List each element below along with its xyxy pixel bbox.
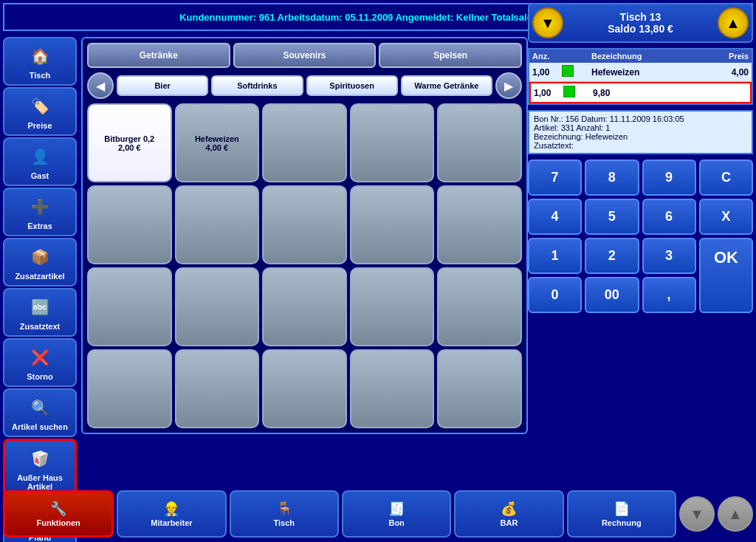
sidebar-item-gast[interactable]: 👤Gast [3, 137, 77, 186]
sidebar-label-preise: Preise [27, 121, 52, 130]
sidebar-label-zusatzartikel: Zusatzartikel [15, 272, 64, 281]
order-list: Anz. Bezeichnung Preis 1,00 Hefeweizen 4… [528, 48, 753, 105]
sidebar-item-extras[interactable]: ➕Extras [3, 188, 77, 236]
table-header: ▼ Tisch 13 Saldo 13,80 € ▲ [528, 3, 753, 43]
scroll-up-button[interactable]: ▲ [718, 496, 753, 532]
order-row-1[interactable]: 1,00 9,80 [529, 82, 752, 103]
product-btn-p18[interactable] [262, 349, 347, 428]
col-empty [562, 52, 591, 61]
order-row-0[interactable]: 1,00 Hefeweizen 4,00 [529, 63, 752, 82]
numpad-btn-X[interactable]: X [699, 199, 753, 235]
numpad-btn-0[interactable]: 0 [528, 277, 582, 313]
sidebar: 🏠Tisch🏷️Preise👤Gast➕Extras📦Zusatzartikel… [3, 37, 77, 542]
order-rows: 1,00 Hefeweizen 4,00 1,00 9,80 [529, 63, 752, 103]
category-tab-getraenke[interactable]: Getränke [87, 43, 230, 68]
numpad-btn-7[interactable]: 7 [528, 159, 582, 196]
bottom-btn-bar[interactable]: 💰BAR [454, 490, 563, 538]
bottom-btn-tisch[interactable]: 🪑Tisch [230, 490, 339, 538]
sidebar-item-zusatztext[interactable]: 🔤Zusatztext [3, 288, 77, 337]
numpad-btn-3[interactable]: 3 [642, 238, 696, 274]
order-green-0 [562, 65, 591, 79]
sidebar-icon-zusatztext: 🔤 [27, 294, 53, 320]
bottom-label-mitarbeiter: Mitarbeiter [151, 518, 192, 527]
product-btn-p4[interactable] [350, 103, 435, 182]
product-btn-p13[interactable] [262, 267, 347, 346]
info-area: Bon Nr.: 156 Datum: 11.11.2009 16:03:05 … [528, 110, 753, 154]
product-btn-p11[interactable] [87, 267, 172, 346]
product-btn-p10[interactable] [437, 185, 522, 264]
bottom-label-bon: Bon [388, 518, 404, 527]
product-btn-p8[interactable] [262, 185, 347, 264]
numpad-btn-2[interactable]: 2 [585, 238, 639, 274]
bottom-label-funktionen: Funktionen [37, 518, 80, 527]
subcategory-tabs: BierSoftdrinksSpirituosenWarme Getränke [117, 75, 492, 96]
numpad-btn-00[interactable]: 00 [585, 277, 639, 313]
order-preis-0: 4,00 [704, 67, 749, 78]
sidebar-item-tisch[interactable]: 🏠Tisch [3, 37, 77, 86]
bottom-btn-rechnung[interactable]: 📄Rechnung [567, 490, 676, 538]
order-name-1: 9,80 [593, 88, 703, 98]
product-btn-p20[interactable] [437, 349, 522, 428]
bottom-btn-funktionen[interactable]: 🔧Funktionen [3, 490, 114, 538]
product-btn-p7[interactable] [175, 185, 260, 264]
nav-prev-button[interactable]: ◀ [87, 72, 114, 99]
category-tab-souvenirs[interactable]: Souvenirs [233, 43, 377, 68]
sidebar-label-artikel-suchen: Artikel suchen [12, 422, 68, 431]
info-line2: Artikel: 331 Anzahl: 1 [534, 123, 747, 132]
nav-next-button[interactable]: ▶ [495, 72, 522, 99]
bottom-btn-mitarbeiter[interactable]: 👷Mitarbeiter [117, 490, 226, 538]
numpad-btn-5[interactable]: 5 [585, 199, 639, 235]
table-title: Tisch 13 [608, 11, 673, 23]
product-btn-p6[interactable] [87, 185, 172, 264]
bottom-btn-bon[interactable]: 🧾Bon [342, 490, 451, 538]
product-btn-bitburger[interactable]: Bitburger 0,22,00 € [87, 103, 172, 182]
numpad-btn-9[interactable]: 9 [642, 159, 696, 196]
table-prev-button[interactable]: ▼ [532, 7, 563, 38]
subcategory-tab-warme-getraenke[interactable]: Warme Getränke [401, 75, 492, 96]
numpad-btn-4[interactable]: 4 [528, 199, 582, 235]
sidebar-label-gast: Gast [31, 171, 49, 180]
numpad-btn-6[interactable]: 6 [642, 199, 696, 235]
order-anz-0: 1,00 [532, 67, 562, 78]
table-info: Tisch 13 Saldo 13,80 € [608, 11, 673, 35]
subcategory-tab-softdrinks[interactable]: Softdrinks [211, 75, 303, 96]
category-tabs: GetränkeSouvenirsSpeisen [87, 43, 522, 68]
sidebar-item-storno[interactable]: ❌Storno [3, 338, 77, 387]
scroll-down-button[interactable]: ▼ [679, 496, 715, 532]
sidebar-item-artikel-suchen[interactable]: 🔍Artikel suchen [3, 388, 77, 437]
numpad-btn-8[interactable]: 8 [585, 159, 639, 196]
bottom-icon-tisch: 🪑 [276, 501, 292, 517]
sidebar-icon-gast: 👤 [27, 143, 53, 170]
info-line4: Zusatztext: [534, 141, 747, 150]
col-anz: Anz. [532, 52, 562, 61]
table-next-button[interactable]: ▲ [718, 7, 749, 38]
product-grid: Bitburger 0,22,00 €Hefeweizen4,00 € [87, 103, 522, 428]
product-btn-p17[interactable] [175, 349, 260, 428]
numpad-btn-OK[interactable]: OK [699, 238, 753, 313]
bottom-icon-bon: 🧾 [388, 501, 405, 517]
product-btn-p9[interactable] [350, 185, 435, 264]
product-btn-p12[interactable] [175, 267, 260, 346]
numpad-btn-comma[interactable]: , [642, 277, 696, 313]
bottom-icon-rechnung: 📄 [614, 501, 630, 517]
product-btn-p19[interactable] [350, 349, 435, 428]
product-btn-p3[interactable] [262, 103, 347, 182]
sidebar-icon-zusatzartikel: 📦 [27, 244, 53, 270]
bottom-bar: 🔧Funktionen👷Mitarbeiter🪑Tisch🧾Bon💰BAR📄Re… [3, 489, 753, 539]
product-btn-p5[interactable] [437, 103, 522, 182]
sidebar-item-zusatzartikel[interactable]: 📦Zusatzartikel [3, 238, 77, 287]
sidebar-item-preise[interactable]: 🏷️Preise [3, 87, 77, 136]
numpad-btn-C[interactable]: C [699, 159, 753, 196]
product-btn-p15[interactable] [437, 267, 522, 346]
sidebar-label-storno: Storno [27, 372, 52, 381]
category-tab-speisen[interactable]: Speisen [379, 43, 522, 68]
product-btn-p14[interactable] [350, 267, 435, 346]
sidebar-icon-extras: ➕ [27, 193, 53, 220]
numpad-btn-1[interactable]: 1 [528, 238, 582, 274]
product-btn-hefeweizen[interactable]: Hefeweizen4,00 € [175, 103, 260, 182]
info-line1: Bon Nr.: 156 Datum: 11.11.2009 16:03:05 [534, 114, 747, 123]
subcategory-tab-spirituosen[interactable]: Spirituosen [306, 75, 398, 96]
product-btn-p16[interactable] [87, 349, 172, 428]
subcategory-tab-bier[interactable]: Bier [117, 75, 208, 96]
col-bez: Bezeichnung [591, 52, 704, 61]
